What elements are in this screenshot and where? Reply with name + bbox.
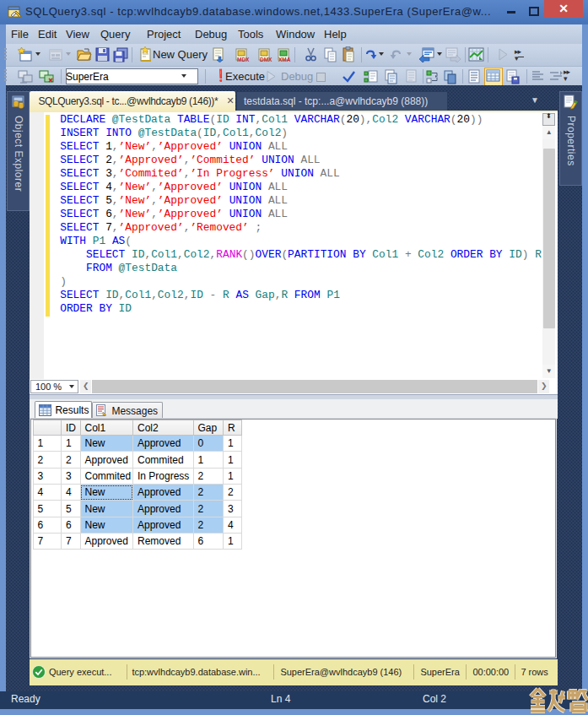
svg-text:MDX: MDX <box>237 57 250 62</box>
svg-text:XMA: XMA <box>278 57 291 62</box>
svg-text:DMX: DMX <box>260 57 272 62</box>
